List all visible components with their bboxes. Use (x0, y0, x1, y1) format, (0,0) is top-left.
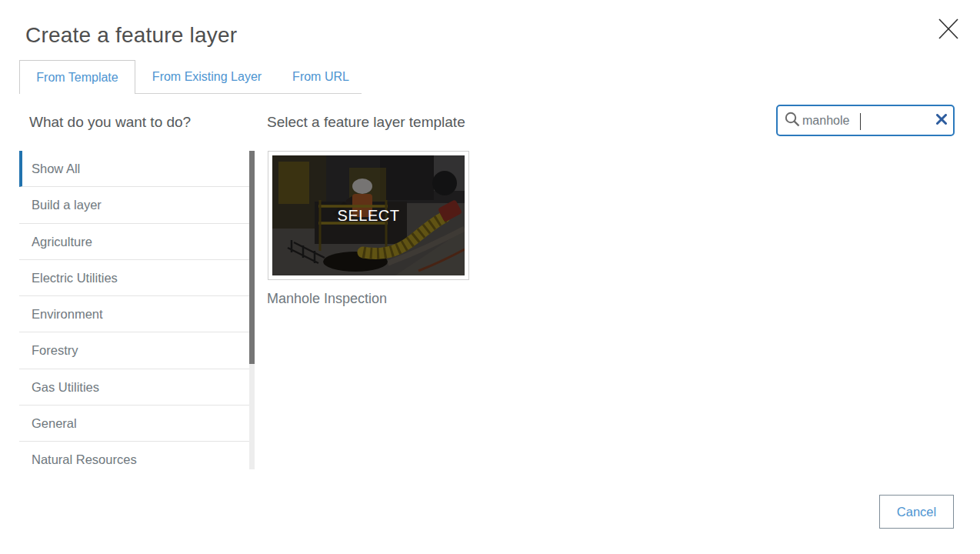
tab-from-template[interactable]: From Template (19, 60, 135, 94)
category-item-electric-utilities[interactable]: Electric Utilities (19, 260, 249, 296)
template-thumbnail: SELECT (272, 155, 465, 275)
template-card-manhole-inspection[interactable]: SELECT (268, 151, 469, 280)
close-button[interactable] (934, 15, 963, 45)
page-title: Create a feature layer (25, 23, 237, 48)
tabbar-divider (135, 93, 362, 94)
search-icon (784, 111, 801, 131)
cancel-button[interactable]: Cancel (879, 495, 954, 529)
clear-search-button[interactable] (930, 106, 953, 135)
category-list: Show All Build a layer Agriculture Elect… (19, 151, 255, 469)
close-icon (938, 18, 958, 42)
template-title: Manhole Inspection (267, 291, 387, 307)
category-item-show-all[interactable]: Show All (19, 151, 249, 187)
category-item-build-a-layer[interactable]: Build a layer (19, 187, 249, 223)
templates-heading: Select a feature layer template (267, 114, 465, 131)
category-item-general[interactable]: General (19, 405, 249, 442)
create-feature-layer-dialog: Create a feature layer From Template Fro… (0, 0, 980, 554)
select-template-button[interactable]: SELECT (272, 155, 465, 275)
template-search-box (776, 105, 955, 136)
left-panel-heading: What do you want to do? (29, 114, 191, 131)
text-caret (860, 113, 861, 130)
category-list-scrollbar (249, 151, 255, 469)
tab-from-url[interactable]: From URL (278, 60, 363, 94)
tab-from-existing-layer[interactable]: From Existing Layer (135, 60, 278, 94)
category-item-natural-resources[interactable]: Natural Resources (19, 442, 249, 469)
category-item-agriculture[interactable]: Agriculture (19, 224, 249, 260)
search-input[interactable] (801, 114, 930, 128)
category-item-gas-utilities[interactable]: Gas Utilities (19, 369, 249, 405)
clear-search-icon (936, 114, 947, 128)
category-item-forestry[interactable]: Forestry (19, 332, 249, 369)
scrollbar-thumb[interactable] (249, 151, 255, 364)
category-item-environment[interactable]: Environment (19, 296, 249, 332)
